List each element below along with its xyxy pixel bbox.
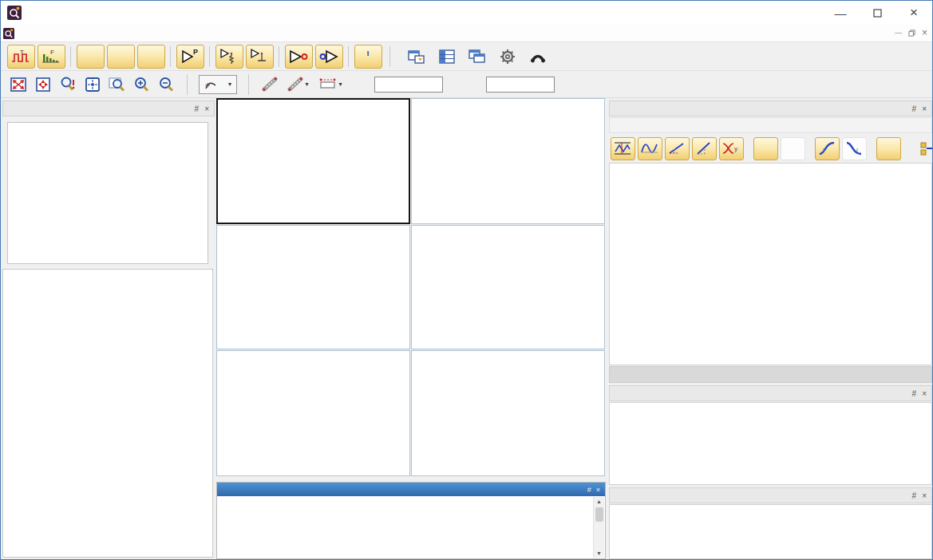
chart-current-time[interactable] [216,225,410,349]
zoom-window-button[interactable] [106,74,128,95]
chart-grid [216,98,606,479]
coordinates-header: #× [609,385,932,401]
minimize-button[interactable]: — [822,1,859,25]
new-window-button[interactable] [403,45,431,69]
snap-mode-dropdown[interactable]: ▾ [199,75,237,94]
measure-mode-button[interactable]: ▾ [283,74,312,95]
measurements-close-icon[interactable]: × [922,105,927,113]
mdi-window-controls: — × [895,27,927,38]
support-phone-button[interactable] [524,45,552,69]
current-button[interactable] [107,45,135,69]
cycle-average-measure-button[interactable] [876,137,901,160]
zoom-out-button[interactable] [156,74,178,95]
y-coordinate-input[interactable] [486,77,555,93]
receiver-pin-button[interactable] [315,45,343,69]
cascade-windows-button[interactable] [464,45,492,69]
measurement-toolbar: y [609,134,932,163]
maximize-button[interactable] [859,1,895,25]
scenario-close-icon[interactable]: × [596,486,600,494]
dc-measure-button[interactable] [781,137,805,160]
scenario-scrollbar[interactable]: ▲ ▼ [593,497,604,558]
close-button[interactable]: × [895,1,932,25]
data-sources-header: #× [2,101,215,116]
zoom-in-button[interactable] [131,74,153,95]
ac-measure-button[interactable] [753,137,778,160]
probe-terminator-button[interactable] [246,45,274,69]
measure-axis-button[interactable]: ▾ [314,74,346,95]
main-toolbar: T F P I [1,42,932,71]
chart-voltage-time[interactable] [216,98,410,224]
frequency-domain-button[interactable]: F [38,45,65,69]
signal-tree [2,269,213,558]
slope-measure-button[interactable] [665,137,690,160]
scroll-up-icon[interactable]: ▲ [596,499,602,504]
fit-selection-button[interactable] [32,74,54,95]
rise-slope-measure-button[interactable] [692,137,717,160]
svg-text:F: F [50,49,54,56]
title-bar: — × [1,1,932,25]
measurements-header: #× [609,101,932,116]
zoom-marker-button[interactable] [57,74,79,95]
mdi-close-button[interactable]: × [922,27,927,38]
messages-header: #× [609,487,932,503]
scenario-pin-icon[interactable]: # [587,486,591,494]
measure-axis-caret-icon: ▾ [339,81,342,88]
chart-stimulus-time[interactable] [216,350,410,476]
stimulus-button[interactable] [137,45,165,69]
data-sources-close-icon[interactable]: × [204,105,209,113]
falling-edge-measure-button[interactable] [842,137,867,160]
scroll-down-icon[interactable]: ▼ [596,550,602,556]
menu-bar: — × [1,25,932,42]
mdi-minimize-button[interactable]: — [895,29,902,37]
coordinates-pin-icon[interactable]: # [912,389,917,398]
voltage-button[interactable] [77,45,105,69]
coordinates-table [609,402,932,485]
svg-text:y: y [734,145,737,152]
measurement-list [609,163,932,365]
x-coordinate-input[interactable] [374,77,443,93]
app-icon-small[interactable] [3,28,14,39]
probe-pin-button[interactable]: P [176,45,204,69]
data-source-table [7,122,208,264]
rising-edge-measure-button[interactable] [815,137,840,160]
scenario-panel-title-bar[interactable]: #× [217,483,605,496]
pan-center-button[interactable] [81,74,104,95]
enet-tick: I [367,49,370,57]
messages-body [609,504,932,559]
time-domain-button[interactable]: T [7,45,35,69]
chart-voltage-frequency[interactable] [411,98,605,224]
measure-mode-caret-icon: ▾ [306,81,309,88]
mdi-restore-button[interactable] [908,30,915,37]
svg-text:P: P [193,48,198,56]
app-window: — × — × T F P I [0,0,933,560]
chart-stimulus-frequency[interactable] [411,350,605,476]
driver-pin-button[interactable] [285,45,313,69]
view-toolbar: ▾ ▾ ▾ [1,71,932,98]
measurements-pin-icon[interactable]: # [912,105,917,113]
probe-set-measurements-bar [609,117,932,133]
measurement-tabs [609,366,932,383]
amplitude-measure-button[interactable] [611,137,635,160]
measure-distance-button[interactable] [259,74,281,95]
export-measurements-button[interactable] [915,136,933,160]
scenario-panel: #× ▲ ▼ [216,482,606,559]
messages-pin-icon[interactable]: # [912,491,917,500]
snap-icon [204,78,217,91]
fit-all-button[interactable] [7,74,30,95]
crossing-measure-button[interactable]: y [719,137,744,160]
snap-caret-icon: ▾ [228,81,231,88]
data-sources-pin-icon[interactable]: # [195,105,200,113]
enet-button[interactable]: I [354,45,382,69]
settings-button[interactable] [494,45,522,69]
tile-windows-button[interactable] [433,45,461,69]
messages-close-icon[interactable]: × [922,491,927,500]
waveform-measure-button[interactable] [638,137,662,160]
app-icon [7,6,22,20]
chart-current-frequency[interactable] [411,225,605,349]
coordinates-close-icon[interactable]: × [922,389,927,398]
probe-testload-button[interactable] [215,45,243,69]
